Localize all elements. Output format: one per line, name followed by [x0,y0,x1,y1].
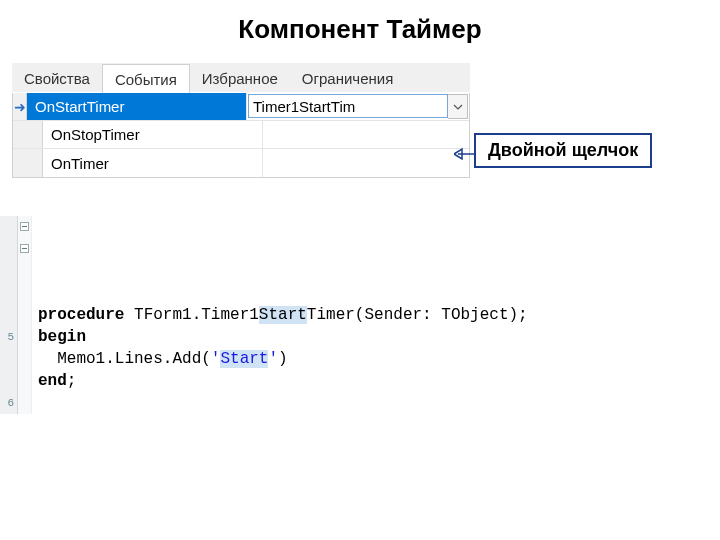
code-editor[interactable]: 5 6 procedure TForm1.Timer1StartTimer(Se… [0,216,720,414]
fold-toggle-icon[interactable] [20,244,29,253]
event-value-cell[interactable] [263,121,469,148]
event-row-onstoptimer[interactable]: OnStopTimer [13,121,469,149]
event-name: OnTimer [43,149,263,177]
kw-begin: begin [38,328,86,346]
events-grid: ➜ OnStartTimer OnStopTimer OnTimer [12,93,470,178]
chevron-down-icon [453,102,463,112]
event-name: OnStopTimer [43,121,263,148]
kw-end: end [38,372,67,390]
tab-restrictions[interactable]: Ограничения [290,64,405,92]
row-indicator [13,121,43,148]
event-value-cell[interactable] [247,93,469,120]
row-indicator [13,149,43,177]
fold-bar [18,216,32,414]
slide-title: Компонент Таймер [0,0,720,63]
event-row-onstarttimer[interactable]: ➜ OnStartTimer [13,93,469,121]
row-indicator-icon: ➜ [13,93,27,120]
code-text[interactable]: procedure TForm1.Timer1StartTimer(Sender… [34,304,720,392]
code-proc-suffix: Timer(Sender: TObject); [307,306,528,324]
code-proc-hl: Start [259,306,307,324]
tab-favorites[interactable]: Избранное [190,64,290,92]
code-semicolon: ; [67,372,77,390]
tab-events[interactable]: События [102,64,190,93]
event-row-ontimer[interactable]: OnTimer [13,149,469,177]
event-handler-input[interactable] [248,94,448,118]
code-body-prefix: Memo1.Lines.Add( [38,350,211,368]
code-str-hl: Start [220,350,268,368]
code-str-open: ' [211,350,221,368]
callout-double-click: Двойной щелчок [474,133,652,168]
tab-properties[interactable]: Свойства [12,64,102,92]
event-name: OnStartTimer [27,93,247,120]
kw-procedure: procedure [38,306,124,324]
code-body-suffix: ) [278,350,288,368]
fold-toggle-icon[interactable] [20,222,29,231]
object-inspector: Свойства События Избранное Ограничения ➜… [12,63,470,178]
inspector-tabbar: Свойства События Избранное Ограничения [12,63,470,93]
event-value-cell[interactable] [263,149,469,177]
combo-dropdown-button[interactable] [448,94,468,119]
code-gutter: 5 6 [0,216,18,414]
code-proc-prefix: TForm1.Timer1 [124,306,258,324]
callout-arrow-icon [454,147,476,161]
code-str-close: ' [268,350,278,368]
